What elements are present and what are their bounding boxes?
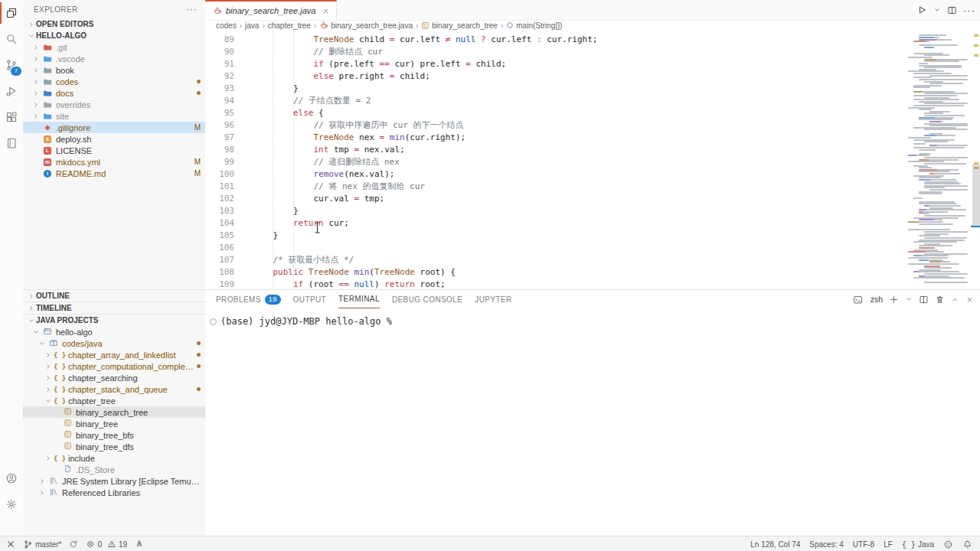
- chevron-right-icon[interactable]: [31, 78, 41, 86]
- tree-item-overrides[interactable]: overrides: [23, 99, 205, 110]
- chevron-right-icon[interactable]: [37, 478, 47, 485]
- tree-item-hello-algo[interactable]: hello-algo: [23, 326, 205, 337]
- split-terminal-icon[interactable]: [919, 295, 929, 305]
- tree-item-book[interactable]: book: [23, 64, 205, 76]
- shell-selector[interactable]: zsh: [871, 295, 883, 304]
- kill-terminal-icon[interactable]: [935, 295, 945, 305]
- panel-tab-jupyter[interactable]: JUPYTER: [475, 290, 511, 308]
- breadcrumb-item-java[interactable]: java: [245, 21, 259, 30]
- breadcrumb-item-binary-search-tree-java[interactable]: binary_search_tree.java: [319, 21, 413, 30]
- tree-item-docs[interactable]: docs: [23, 87, 205, 99]
- tree-item-readme-md[interactable]: iREADME.mdM: [23, 168, 205, 179]
- chevron-right-icon[interactable]: [31, 55, 41, 63]
- tree-item-chapter-stack-and-queue[interactable]: { }chapter_stack_and_queue: [23, 383, 205, 395]
- tree-item-chapter-computational-complexity[interactable]: { }chapter_computational_complexity: [23, 360, 205, 372]
- java-projects-header[interactable]: JAVA PROJECTS: [23, 314, 205, 326]
- close-icon[interactable]: [322, 7, 330, 15]
- tree-item-git[interactable]: .git: [23, 41, 205, 53]
- split-editor-icon[interactable]: [947, 5, 957, 15]
- panel-tab-debug-console[interactable]: DEBUG CONSOLE: [392, 290, 462, 308]
- chevron-right-icon[interactable]: [31, 112, 41, 120]
- tree-item-jre-system-library-eclipse-temurin-17-17[interactable]: JRE System Library [Eclipse Temurin 17 […: [23, 475, 205, 487]
- panel-tab-problems[interactable]: PROBLEMS19: [216, 290, 281, 308]
- chevron-right-icon[interactable]: [37, 489, 47, 497]
- chevron-right-icon[interactable]: [43, 386, 54, 393]
- status-branch[interactable]: master*: [23, 540, 61, 549]
- timeline-header[interactable]: TIMELINE: [23, 302, 205, 314]
- tree-item-chapter-tree[interactable]: { }chapter_tree: [23, 395, 205, 406]
- close-panel-icon[interactable]: [965, 295, 974, 304]
- tree-item-codes[interactable]: codes: [23, 76, 205, 87]
- status-remote[interactable]: [6, 540, 15, 549]
- activity-item-run-debug[interactable]: [0, 78, 23, 104]
- chevron-right-icon[interactable]: [31, 101, 41, 109]
- breadcrumb-item-codes[interactable]: codes: [216, 21, 237, 30]
- outline-header[interactable]: OUTLINE: [23, 289, 205, 302]
- activity-item-source-control[interactable]: 7: [0, 52, 23, 78]
- activity-item-search[interactable]: [0, 26, 23, 52]
- tree-item-include[interactable]: { }include: [23, 452, 205, 464]
- panel-tab-terminal[interactable]: TERMINAL: [338, 290, 380, 308]
- tree-item-mkdocs-yml[interactable]: mmkdocs.ymlM: [23, 156, 205, 168]
- tree-item-vscode[interactable]: .vscode: [23, 53, 205, 64]
- scrollbar-thumb[interactable]: [972, 165, 980, 226]
- status-sync[interactable]: [69, 540, 78, 549]
- workspace-root-header[interactable]: HELLO-ALGO: [23, 30, 205, 41]
- status-encoding[interactable]: UTF-8: [853, 540, 874, 549]
- tab-binary-search-tree[interactable]: binary_search_tree.java: [205, 0, 337, 20]
- activity-item-settings[interactable]: [0, 491, 23, 517]
- chevron-right-icon[interactable]: [31, 44, 41, 51]
- activity-item-notebook[interactable]: [0, 130, 23, 156]
- chevron-right-icon[interactable]: [31, 90, 41, 97]
- status-line-col[interactable]: Ln 128, Col 74: [750, 540, 800, 549]
- status-java-status[interactable]: [135, 540, 144, 549]
- tree-item-site[interactable]: site: [23, 110, 205, 122]
- run-icon[interactable]: [916, 5, 927, 15]
- chevron-down-icon[interactable]: [31, 328, 41, 336]
- chevron-right-icon[interactable]: [43, 374, 54, 382]
- tools-icon: [6, 540, 15, 549]
- chevron-right-icon[interactable]: [43, 363, 54, 370]
- breadcrumb-item-chapter-tree[interactable]: chapter_tree: [268, 21, 311, 30]
- tree-item-ds-store[interactable]: .DS_Store: [23, 464, 205, 475]
- status-notifications[interactable]: [962, 540, 972, 549]
- panel-tab-output[interactable]: OUTPUT: [293, 290, 327, 308]
- tree-item-chapter-searching[interactable]: { }chapter_searching: [23, 372, 205, 383]
- status-language[interactable]: { }Java: [902, 540, 934, 549]
- tree-item-binary-search-tree[interactable]: binary_search_tree: [23, 406, 205, 418]
- chevron-right-icon[interactable]: [43, 455, 54, 462]
- tree-item-referenced-libraries[interactable]: Referenced Libraries: [23, 487, 205, 498]
- tree-item-binary-tree-bfs[interactable]: binary_tree_bfs: [23, 429, 205, 441]
- status-feedback[interactable]: [943, 540, 953, 549]
- breadcrumb-item-binary-search-tree[interactable]: binary_search_tree: [421, 21, 498, 30]
- status-language-label: Java: [918, 540, 934, 549]
- new-terminal-icon[interactable]: [889, 295, 899, 305]
- tree-item-binary-tree[interactable]: binary_tree: [23, 418, 205, 429]
- breadcrumb-item-main-string[interactable]: main(String[]): [506, 21, 562, 30]
- tree-item-license[interactable]: LLICENSE: [23, 145, 205, 156]
- status-problems[interactable]: 019: [86, 540, 127, 549]
- minimap-line: [924, 205, 929, 207]
- terminal-dropdown-icon[interactable]: [905, 295, 913, 303]
- minimap[interactable]: [908, 31, 972, 289]
- code-viewport[interactable]: 88// 当子结点数量 = 0 / 1 时, child = null / 该子…: [205, 31, 980, 289]
- chevron-down-icon[interactable]: [43, 397, 54, 405]
- chevron-down-icon[interactable]: [37, 340, 47, 347]
- run-dropdown-icon[interactable]: [933, 6, 941, 14]
- tree-item-gitignore[interactable]: .gitignoreM: [23, 122, 205, 133]
- activity-item-extensions[interactable]: [0, 104, 23, 130]
- status-eol[interactable]: LF: [884, 540, 893, 549]
- chevron-right-icon[interactable]: [43, 351, 54, 359]
- tree-item-binary-tree-dfs[interactable]: binary_tree_dfs: [23, 441, 205, 452]
- open-editors-header[interactable]: OPEN EDITORS: [23, 18, 205, 30]
- tree-item-chapter-array-and-linkedlist[interactable]: { }chapter_array_and_linkedlist: [23, 349, 205, 360]
- tree-item-codes-java[interactable]: codes/java: [23, 337, 205, 349]
- activity-item-account[interactable]: [0, 465, 23, 491]
- status-indentation[interactable]: Spaces: 4: [809, 540, 843, 549]
- activity-item-explorer[interactable]: [0, 0, 23, 26]
- explorer-more-actions-icon[interactable]: ···: [186, 4, 198, 15]
- chevron-right-icon[interactable]: [31, 67, 41, 74]
- terminal[interactable]: (base) jyd@JYD-MBP hello-algo %: [205, 308, 980, 327]
- tree-item-deploy-sh[interactable]: sdeploy.sh: [23, 133, 205, 145]
- maximize-panel-icon[interactable]: [951, 295, 959, 304]
